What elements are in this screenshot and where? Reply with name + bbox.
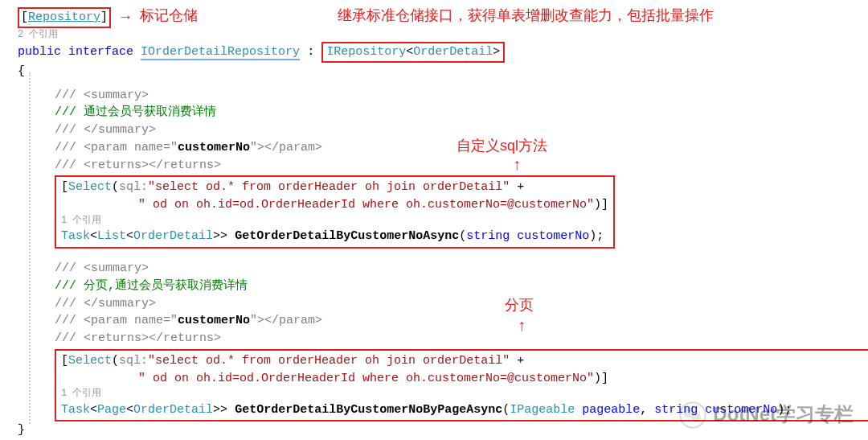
method-name: GetOrderDetailByCustomerNoAsync — [235, 229, 459, 243]
xml-doc: /// </summary> — [16, 121, 860, 139]
codelens-refs: 2 个引用 — [16, 28, 860, 42]
codelens-refs: 1 个引用 — [61, 387, 868, 401]
box-inherit: IRepository<OrderDetail> — [321, 42, 505, 63]
annotation-mark-repo: 标记仓储 — [140, 7, 198, 23]
code-screenshot: 继承标准仓储接口，获得单表增删改查能力，包括批量操作 [Repository] … — [0, 0, 868, 440]
xml-doc: /// <returns></returns> — [16, 330, 860, 347]
xml-doc: /// 通过会员号获取消费详情 — [16, 104, 860, 121]
fold-guide-line — [29, 72, 31, 424]
box-method1: [Select(sql:"select od.* from orderHeade… — [55, 175, 615, 249]
xml-doc: /// </summary> — [16, 295, 860, 313]
code-line: public interface IOrderDetailRepository … — [16, 42, 860, 63]
interface-name: IOrderDetailRepository — [141, 45, 300, 60]
xml-doc: /// <param name="customerNo"></param> — [16, 312, 860, 330]
xml-doc: /// <summary> — [16, 87, 860, 105]
annotation-inherit-text: 继承标准仓储接口，获得单表增删改查能力，包括批量操作 — [338, 5, 714, 26]
xml-doc: /// <returns></returns> — [16, 157, 860, 175]
attr-repository: Repository — [28, 10, 100, 24]
box-method2: [Select(sql:"select od.* from orderHeade… — [55, 349, 868, 422]
arrow-right-icon: → — [118, 6, 133, 27]
arrow-up-icon: ↑ — [518, 314, 526, 337]
brace-close: } — [16, 421, 860, 439]
xml-doc: /// <param name="customerNo"></param> — [16, 139, 860, 157]
code-line: [Select(sql:"select od.* from orderHeade… — [16, 174, 860, 249]
annotation-custom-sql: 自定义sql方法 — [457, 135, 547, 156]
method-name: GetOrderDetailByCustomerNoByPageAsync — [235, 403, 502, 417]
xml-doc: /// 分页,通过会员号获取消费详情 — [16, 278, 860, 295]
annotation-paging: 分页 — [505, 294, 534, 315]
brace-open: { — [16, 63, 860, 80]
codelens-refs: 1 个引用 — [61, 214, 608, 228]
arrow-up-icon: ↑ — [513, 153, 521, 176]
xml-doc: /// <summary> — [16, 260, 860, 278]
box-repository-attr: [Repository] — [18, 7, 111, 28]
code-line: [Select(sql:"select od.* from orderHeade… — [16, 347, 860, 422]
